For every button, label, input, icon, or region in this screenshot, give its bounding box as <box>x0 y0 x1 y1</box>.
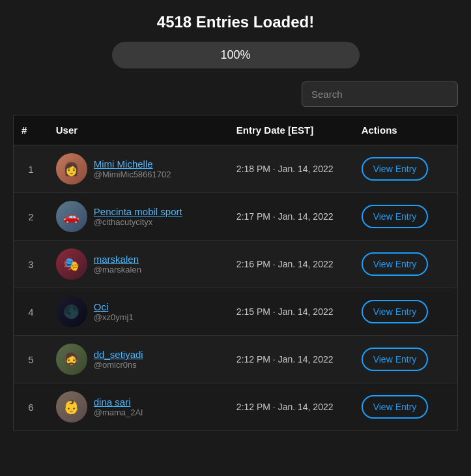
user-name: marskalen <box>94 254 141 265</box>
view-entry-button[interactable]: View Entry <box>362 205 429 228</box>
avatar: 👩 <box>56 153 87 185</box>
entry-date: 2:12 PM · Jan. 14, 2022 <box>229 383 354 431</box>
avatar: 👶 <box>56 391 87 423</box>
user-cell: 👶 dina sari @mama_2Al <box>48 383 229 431</box>
user-info: Mimi Michelle @MimiMic58661702 <box>94 158 171 179</box>
view-entry-button[interactable]: View Entry <box>362 300 429 323</box>
entries-table: # User Entry Date [EST] Actions 1 👩 Mimi… <box>13 115 458 431</box>
actions-cell: View Entry <box>354 336 458 383</box>
user-cell: 🚗 Pencinta mobil sport @cithacutycityx <box>48 193 229 241</box>
search-input[interactable] <box>302 82 458 107</box>
view-entry-button[interactable]: View Entry <box>362 395 429 419</box>
user-handle: @omicr0ns <box>94 360 143 370</box>
table-row: 5 🧔 dd_setiyadi @omicr0ns 2:12 PM · Jan.… <box>14 336 458 383</box>
user-handle: @marskalen <box>94 265 141 275</box>
user-handle: @MimiMic58661702 <box>94 170 171 179</box>
page-title: 4518 Entries Loaded! <box>13 13 458 31</box>
progress-bar: 100% <box>112 42 360 68</box>
row-number: 5 <box>14 336 48 383</box>
actions-cell: View Entry <box>354 383 458 431</box>
user-handle: @xz0ymj1 <box>94 312 134 322</box>
user-cell: 🌑 Oci @xz0ymj1 <box>48 288 229 336</box>
table-row: 2 🚗 Pencinta mobil sport @cithacutycityx… <box>14 193 458 241</box>
avatar: 🎭 <box>56 248 87 280</box>
col-header-user: User <box>48 115 229 145</box>
user-cell: 👩 Mimi Michelle @MimiMic58661702 <box>48 145 229 193</box>
user-info: marskalen @marskalen <box>94 254 141 275</box>
actions-cell: View Entry <box>354 241 458 288</box>
avatar: 🌑 <box>56 296 87 327</box>
view-entry-button[interactable]: View Entry <box>362 252 429 276</box>
table-row: 1 👩 Mimi Michelle @MimiMic58661702 2:18 … <box>14 145 458 193</box>
entry-date: 2:16 PM · Jan. 14, 2022 <box>229 241 354 288</box>
avatar: 🚗 <box>56 201 87 232</box>
entry-date: 2:18 PM · Jan. 14, 2022 <box>229 145 354 193</box>
col-header-actions: Actions <box>354 115 458 145</box>
entry-date: 2:17 PM · Jan. 14, 2022 <box>229 193 354 241</box>
col-header-date: Entry Date [EST] <box>229 115 354 145</box>
col-header-num: # <box>14 115 48 145</box>
row-number: 3 <box>14 241 48 288</box>
user-handle: @cithacutycityx <box>94 217 182 227</box>
user-name: Mimi Michelle <box>94 158 171 170</box>
entry-date: 2:12 PM · Jan. 14, 2022 <box>229 336 354 383</box>
entry-date: 2:15 PM · Jan. 14, 2022 <box>229 288 354 336</box>
row-number: 4 <box>14 288 48 336</box>
avatar: 🧔 <box>56 344 87 375</box>
actions-cell: View Entry <box>354 145 458 193</box>
search-container <box>13 82 458 107</box>
view-entry-button[interactable]: View Entry <box>362 157 429 181</box>
view-entry-button[interactable]: View Entry <box>362 348 429 371</box>
user-name: dina sari <box>94 396 143 408</box>
row-number: 1 <box>14 145 48 193</box>
progress-label: 100% <box>220 48 250 61</box>
user-handle: @mama_2Al <box>94 408 143 417</box>
table-row: 4 🌑 Oci @xz0ymj1 2:15 PM · Jan. 14, 2022… <box>14 288 458 336</box>
user-info: Pencinta mobil sport @cithacutycityx <box>94 206 182 227</box>
actions-cell: View Entry <box>354 288 458 336</box>
user-cell: 🎭 marskalen @marskalen <box>48 241 229 288</box>
table-row: 6 👶 dina sari @mama_2Al 2:12 PM · Jan. 1… <box>14 383 458 431</box>
user-info: Oci @xz0ymj1 <box>94 301 134 322</box>
row-number: 2 <box>14 193 48 241</box>
user-info: dd_setiyadi @omicr0ns <box>94 349 143 370</box>
user-name: dd_setiyadi <box>94 349 143 360</box>
row-number: 6 <box>14 383 48 431</box>
table-row: 3 🎭 marskalen @marskalen 2:16 PM · Jan. … <box>14 241 458 288</box>
user-info: dina sari @mama_2Al <box>94 396 143 417</box>
user-name: Oci <box>94 301 134 312</box>
actions-cell: View Entry <box>354 193 458 241</box>
user-cell: 🧔 dd_setiyadi @omicr0ns <box>48 336 229 383</box>
table-header-row: # User Entry Date [EST] Actions <box>14 115 458 145</box>
user-name: Pencinta mobil sport <box>94 206 182 217</box>
